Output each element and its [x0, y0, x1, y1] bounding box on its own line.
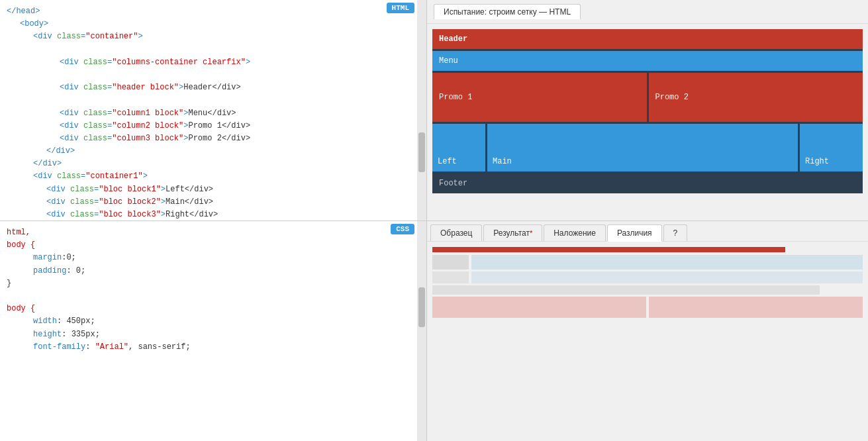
css-line: margin:0; [7, 252, 420, 264]
html-badge: HTML [387, 3, 414, 13]
code-line: <div class="column2 block">Promo 1</div> [7, 120, 420, 132]
code-line [7, 69, 420, 81]
code-line: </head> [7, 5, 420, 18]
preview-content: Header Menu Promo 1 Promo 2 Left Main Ri… [427, 24, 868, 220]
diff-promo-row [432, 297, 863, 318]
code-line: <div class="column3 block">Promo 2</div> [7, 132, 420, 145]
css-badge: CSS [391, 224, 414, 234]
code-line: <div class="container1"> [7, 170, 420, 183]
diff-gray-left [432, 255, 469, 270]
code-line: <div class="column1 block">Menu</div> [7, 107, 420, 120]
preview-header: Header [432, 29, 863, 49]
tab-obrazec[interactable]: Образец [430, 224, 482, 241]
code-line: <div class="header block">Header</div> [7, 81, 420, 94]
css-scrollbar-thumb[interactable] [418, 287, 425, 327]
preview-footer: Footer [432, 173, 863, 193]
css-scrollbar[interactable] [417, 221, 426, 441]
preview-grid: Header Menu Promo 1 Promo 2 Left Main Ri… [432, 29, 863, 193]
scrollbar[interactable] [417, 0, 426, 220]
code-line: <div class="bloc block2">Main</div> [7, 196, 420, 209]
css-code-panel: html, body { margin:0; padding: 0; } bod… [0, 221, 427, 441]
diff-promo1 [432, 297, 646, 318]
code-line: <body> [7, 18, 420, 30]
html-code-content: </head> <body> <div class="container"> <… [0, 0, 426, 220]
code-line: <div class="columns-container clearfix"> [7, 56, 420, 69]
diff-blue-header [471, 255, 863, 270]
css-line: width: 450px; [7, 315, 420, 328]
diff-red-bar [432, 247, 863, 252]
scrollbar-thumb[interactable] [418, 132, 425, 172]
code-line: <div class="bloc block3">Right</div> [7, 209, 420, 220]
tab-help[interactable]: ? [663, 224, 688, 241]
bottom-tabs: Образец Результат Наложение Различия ? [427, 221, 868, 242]
css-line [7, 290, 420, 303]
bottom-preview-panel: Образец Результат Наложение Различия ? [427, 221, 868, 441]
diff-menu-row [432, 271, 863, 283]
html-code-panel: </head> <body> <div class="container"> <… [0, 0, 427, 220]
diff-gray-menu [432, 271, 469, 283]
preview-tab-button[interactable]: Испытание: строим сетку — HTML [434, 4, 581, 19]
diff-full-row [432, 285, 863, 295]
css-line: body { [7, 239, 420, 252]
preview-panel: Испытание: строим сетку — HTML Header Me… [427, 0, 868, 220]
diff-header-row [432, 255, 863, 270]
diff-full-gray [432, 285, 820, 295]
code-line [7, 44, 420, 56]
css-line: html, [7, 226, 420, 239]
diff-promo2 [649, 297, 863, 318]
preview-promo1: Promo 1 [432, 73, 647, 122]
tab-razlichiya[interactable]: Различия [607, 224, 662, 242]
code-line: </div> [7, 158, 420, 170]
code-line: <div class="bloc block1">Left</div> [7, 183, 420, 196]
diff-blue-menu [471, 271, 863, 283]
preview-menu: Menu [432, 51, 863, 71]
css-line: font-family: "Arial", sans-serif; [7, 341, 420, 354]
preview-tab: Испытание: строим сетку — HTML [427, 0, 868, 24]
preview-cols-row: Left Main Right [432, 124, 863, 172]
tab-rezultat[interactable]: Результат [483, 224, 542, 241]
css-line: } [7, 277, 420, 290]
preview-promo-row: Promo 1 Promo 2 [432, 73, 863, 122]
css-line: height: 335px; [7, 328, 420, 341]
css-line: body { [7, 303, 420, 315]
tab-nalozhenie[interactable]: Наложение [544, 224, 606, 241]
preview-right: Right [800, 124, 863, 172]
css-code-content: html, body { margin:0; padding: 0; } bod… [0, 221, 426, 441]
preview-main: Main [487, 124, 798, 172]
diff-preview-area [427, 242, 868, 441]
code-line: </div> [7, 145, 420, 158]
preview-left: Left [432, 124, 485, 172]
code-line [7, 94, 420, 107]
diff-bar [432, 247, 785, 252]
code-line: <div class="container"> [7, 30, 420, 43]
css-line: padding: 0; [7, 265, 420, 277]
preview-promo2: Promo 2 [649, 73, 863, 122]
